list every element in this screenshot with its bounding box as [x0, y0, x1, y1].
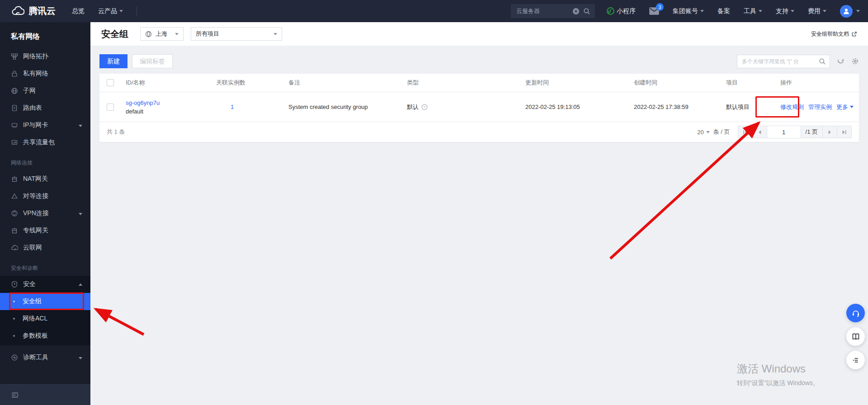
caret-down-icon[interactable] [856, 10, 860, 14]
edit-tags-button[interactable]: 编辑标签 [132, 54, 173, 68]
prev-page-button[interactable] [752, 126, 767, 138]
caret-down-icon [700, 10, 704, 14]
page-size-value: 20 [697, 129, 703, 136]
cell-type: 默认 ? [401, 103, 519, 111]
nav-support-label: 支持 [776, 7, 788, 15]
sidebar-item-route-table[interactable]: 路由表 [0, 99, 90, 117]
region-selector[interactable]: 上海 [140, 27, 184, 41]
sidebar-item-vpc[interactable]: 私有网络 [0, 65, 90, 82]
cell-id-name: sg-og6ynp7u default [119, 99, 210, 115]
sidebar-section-security: 安全和诊断 [0, 256, 90, 276]
sidebar-item-label: 对等连接 [23, 192, 48, 200]
region-globe-icon [145, 31, 152, 38]
nav-miniprogram-label: 小程序 [617, 7, 636, 15]
pagination: 共 1 条 20 条 / 页 / [99, 122, 859, 142]
row-checkbox[interactable] [107, 104, 114, 111]
nav-support[interactable]: 支持 [776, 7, 794, 15]
sidebar-item-peering[interactable]: 对等连接 [0, 188, 90, 205]
tencent-cloud-logo[interactable]: 腾讯云 [11, 5, 56, 17]
select-all-checkbox[interactable] [107, 79, 114, 86]
settings-gear-button[interactable] [851, 57, 859, 65]
diagnostic-icon [11, 354, 18, 361]
keyword-search-input[interactable] [742, 58, 819, 65]
create-button[interactable]: 新建 [99, 54, 127, 68]
sidebar-collapse-button[interactable] [0, 384, 90, 405]
sidebar-item-diagnostic-tools[interactable]: 诊断工具 [0, 349, 90, 366]
col-remark: 备注 [282, 79, 401, 87]
cell-created: 2022-02-25 17:38:59 [627, 104, 720, 110]
pager: /1 页 [738, 126, 852, 138]
sidebar-item-subnet[interactable]: 子网 [0, 82, 90, 99]
nav-tools[interactable]: 工具 [744, 7, 762, 15]
manage-instances-link[interactable]: 管理实例 [808, 103, 832, 111]
nav-miniprogram[interactable]: 小程序 [607, 7, 636, 15]
avatar[interactable] [840, 5, 853, 18]
security-group-name: default [126, 108, 210, 115]
current-page-input[interactable] [767, 126, 801, 138]
external-link-icon [851, 31, 857, 37]
cloud-logo-icon [11, 6, 24, 17]
sidebar-item-label: 诊断工具 [23, 353, 48, 362]
cell-actions: 修改规则 管理实例 更多 [774, 103, 859, 111]
refresh-button[interactable] [837, 57, 844, 65]
keyword-search[interactable] [737, 55, 830, 68]
nav-group-account-label: 集团账号 [673, 7, 698, 15]
sidebar-item-nat-gateway[interactable]: NAT网关 [0, 170, 90, 188]
topnav-search-input[interactable] [511, 8, 572, 14]
sidebar-item-parameter-template[interactable]: 参数模板 [0, 327, 90, 344]
caret-down-icon [274, 33, 277, 37]
search-icon[interactable] [583, 8, 590, 15]
topology-icon [11, 53, 18, 60]
caret-down-icon [791, 10, 794, 14]
clear-icon[interactable] [572, 8, 580, 15]
sidebar-item-direct-connect[interactable]: 专线网关 [0, 222, 90, 239]
cell-remark: System created security group [282, 104, 401, 110]
region-value: 上海 [156, 30, 167, 38]
sidebar-item-security[interactable]: 安全 [0, 276, 90, 293]
nav-tools-label: 工具 [744, 7, 756, 15]
instance-count-link[interactable]: 1 [231, 104, 234, 110]
nav-beian[interactable]: 备案 [717, 7, 730, 15]
lock-icon [11, 70, 18, 77]
headset-icon [851, 309, 860, 318]
sidebar-item-ccn[interactable]: 云联网 [0, 239, 90, 256]
last-page-button[interactable] [837, 126, 852, 138]
documentation-button[interactable] [846, 327, 865, 346]
topnav-search[interactable] [511, 4, 595, 18]
caret-down-icon [706, 131, 710, 135]
caret-down-icon [175, 33, 179, 37]
help-doc-link[interactable]: 安全组帮助文档 [811, 30, 857, 38]
sidebar-item-network-topology[interactable]: 网络拓扑 [0, 48, 90, 65]
sidebar-item-label: 专线网关 [23, 226, 48, 235]
sidebar-item-security-group[interactable]: 安全组 [0, 293, 90, 310]
messages-button[interactable]: 3 [649, 7, 659, 15]
nav-products[interactable]: 云产品 [98, 7, 123, 15]
sidebar-item-network-acl[interactable]: 网络ACL [0, 310, 90, 327]
globe-icon [11, 87, 18, 94]
sidebar-item-vpn[interactable]: VPN连接 [0, 205, 90, 222]
book-icon [851, 332, 860, 341]
first-page-button[interactable] [738, 126, 753, 138]
col-id-name: ID/名称 [119, 79, 210, 87]
nav-overview[interactable]: 总览 [72, 7, 85, 15]
next-page-button[interactable] [822, 126, 837, 138]
feedback-button[interactable] [846, 351, 865, 369]
project-selector[interactable]: 所有项目 [191, 27, 282, 41]
nav-billing[interactable]: 费用 [808, 7, 826, 15]
sidebar-item-label: 参数模板 [23, 332, 48, 340]
notification-badge: 3 [656, 3, 664, 11]
help-question-icon[interactable]: ? [421, 104, 428, 110]
page-size-selector[interactable]: 20 [697, 129, 709, 136]
sidebar-item-shared-bandwidth[interactable]: 共享流量包 [0, 134, 90, 151]
sidebar-item-label: 网络ACL [23, 315, 47, 323]
security-group-id-link[interactable]: sg-og6ynp7u [126, 99, 160, 106]
nav-beian-label: 备案 [717, 7, 730, 15]
col-created: 创建时间 [627, 79, 720, 87]
nav-overview-label: 总览 [72, 7, 85, 15]
modify-rules-link[interactable]: 修改规则 [780, 103, 804, 111]
nav-group-account[interactable]: 集团账号 [673, 7, 704, 15]
more-dropdown[interactable]: 更多 [836, 103, 854, 111]
customer-service-button[interactable] [846, 304, 865, 322]
search-icon[interactable] [819, 58, 826, 65]
sidebar-item-ip-nic[interactable]: IP与网卡 [0, 117, 90, 134]
